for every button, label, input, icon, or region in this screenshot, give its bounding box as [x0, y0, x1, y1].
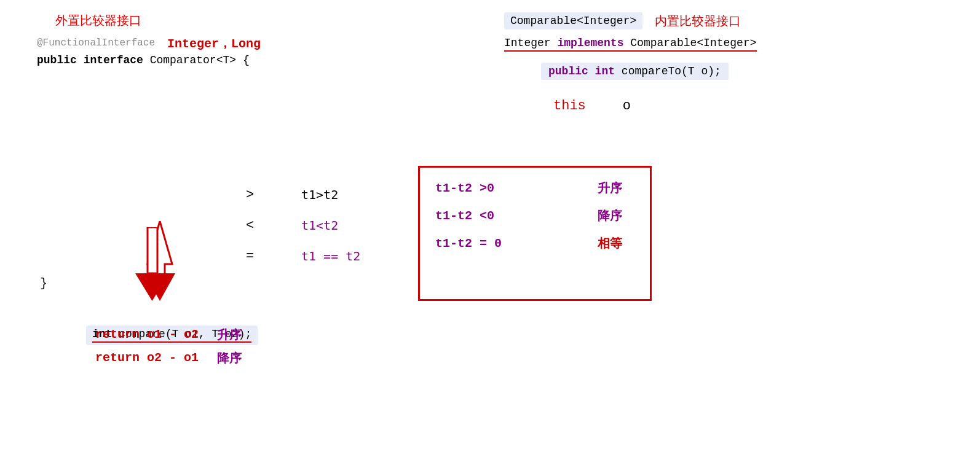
integer-implements-line: Integer implements Comparable<Integer> — [504, 37, 757, 52]
comparable-box: Comparable<Integer> — [504, 12, 642, 29]
implements-underline — [504, 50, 757, 52]
inner-title: 内置比较器接口 — [655, 13, 741, 29]
comparison-gt-result: t1>t2 — [301, 187, 338, 202]
left-section: 外置比较器接口 @FunctionalInterface Integer，Lon… — [37, 12, 261, 69]
comparable-text: Comparable<Integer> — [630, 37, 756, 49]
return-o1-o2-label: 升序 — [217, 327, 242, 343]
box-expr-2: t1-t2 <0 — [435, 209, 509, 223]
functional-interface-annotation: @FunctionalInterface — [37, 37, 155, 49]
this-o-section: this o — [553, 98, 757, 114]
return-o2-o1: return o2 - o1 — [95, 349, 199, 367]
outer-title: 外置比较器接口 — [55, 12, 261, 29]
return-o1-o2: return o1 - o2 — [95, 325, 199, 344]
public-interface-line: public interface Comparator<T> { — [37, 54, 261, 66]
public-int-keyword: public int — [548, 65, 622, 77]
o-label: o — [623, 98, 631, 114]
implements-keyword: implements — [557, 37, 623, 49]
return-section: return o1 - o2 升序 return o2 - o1 降序 — [95, 325, 242, 367]
compareto-box: public int compareTo(T o); — [541, 63, 729, 80]
box-row-1: t1-t2 >0 升序 — [435, 180, 634, 197]
return-o2-o1-label: 降序 — [217, 350, 242, 367]
svg-marker-3 — [135, 273, 169, 301]
comparator-name: Comparator<T> { — [150, 54, 250, 66]
box-label-2: 降序 — [598, 208, 634, 224]
interface-keyword: interface — [84, 54, 150, 66]
compareto-signature: compareTo(T o); — [622, 65, 721, 77]
comparison-lt-result: t1<t2 — [301, 218, 338, 233]
box-row-3: t1-t2 = 0 相等 — [435, 235, 634, 252]
down-arrow-icon — [135, 227, 169, 304]
integer-text: Integer — [504, 37, 551, 49]
box-row-2: t1-t2 <0 降序 — [435, 208, 634, 224]
red-box: t1-t2 >0 升序 t1-t2 <0 降序 t1-t2 = 0 相等 — [418, 166, 652, 301]
integer-long-label: Integer，Long — [167, 35, 261, 52]
closing-brace: } — [40, 276, 47, 290]
box-expr-1: t1-t2 >0 — [435, 181, 509, 195]
right-header: Comparable<Integer> 内置比较器接口 — [504, 12, 757, 29]
svg-rect-2 — [148, 227, 157, 273]
comparison-lt-symbol: < — [246, 218, 254, 233]
public-keyword: public — [37, 54, 84, 66]
comparison-gt-symbol: > — [246, 187, 254, 203]
comparison-eq-symbol: = — [246, 249, 254, 264]
this-label: this — [553, 98, 586, 114]
compareto-method-text: public int compareTo(T o); — [548, 65, 721, 77]
box-label-1: 升序 — [598, 180, 634, 197]
box-expr-3: t1-t2 = 0 — [435, 236, 509, 251]
comparison-eq-result: t1 == t2 — [301, 249, 360, 263]
red-box-content: t1-t2 >0 升序 t1-t2 <0 降序 t1-t2 = 0 相等 — [420, 168, 650, 275]
box-label-3: 相等 — [598, 235, 634, 252]
right-section: Comparable<Integer> 内置比较器接口 Integer impl… — [504, 12, 757, 114]
